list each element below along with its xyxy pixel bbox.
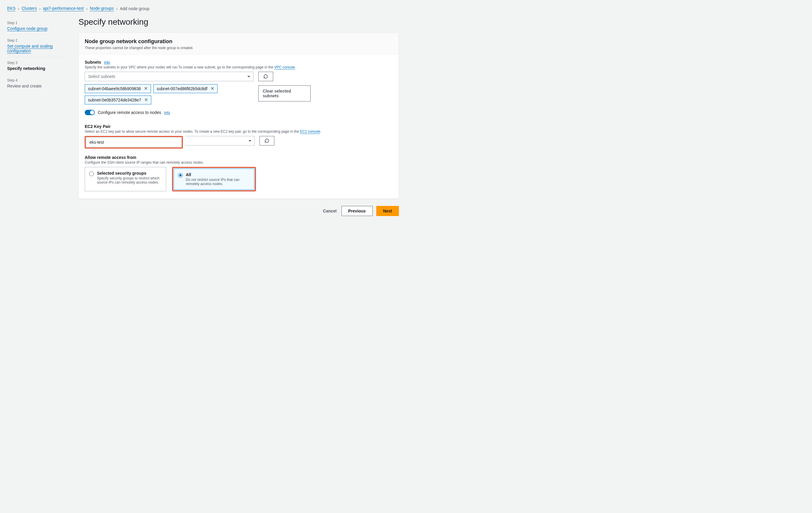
chevron-down-icon <box>247 76 250 77</box>
chevron-down-icon <box>249 140 252 142</box>
step-4: Step 4 Review and create <box>7 75 66 92</box>
radio-icon <box>178 173 183 178</box>
refresh-icon <box>263 74 268 79</box>
ec2-console-link[interactable]: EC2 console <box>300 130 320 134</box>
step-2-link[interactable]: Set compute and scaling configuration <box>7 44 53 54</box>
subnet-token: subnet-007ed86f82b5dc8df ✕ <box>153 84 217 93</box>
close-icon[interactable]: ✕ <box>144 86 148 91</box>
subnet-token: subnet-04baee9c58b909836 ✕ <box>85 84 151 93</box>
keypair-select-caret[interactable] <box>185 136 255 145</box>
panel-desc: These properties cannot be changed after… <box>85 46 393 50</box>
network-config-panel: Node group network configuration These p… <box>79 33 399 199</box>
previous-button[interactable]: Previous <box>342 206 373 216</box>
breadcrumb-eks[interactable]: EKS <box>7 6 16 11</box>
close-icon[interactable]: ✕ <box>210 86 214 91</box>
breadcrumb-cluster-name[interactable]: api7-performance-test <box>43 6 84 11</box>
breadcrumb-clusters[interactable]: Clusters <box>22 6 37 11</box>
subnets-label: Subnets Info <box>85 60 393 64</box>
allow-from-hint: Configure the SSH client source IP range… <box>85 160 393 165</box>
step-1[interactable]: Step 1 Configure node group <box>7 17 66 35</box>
radio-selected-sg[interactable]: Selected security groups Specify securit… <box>85 167 166 191</box>
subnets-hint: Specify the subnets in your VPC where yo… <box>85 65 393 69</box>
keypair-label: EC2 Key Pair <box>85 124 393 129</box>
step-2[interactable]: Step 2 Set compute and scaling configura… <box>7 35 66 57</box>
breadcrumb-node-groups[interactable]: Node groups <box>90 6 114 11</box>
vpc-console-link[interactable]: VPC console <box>274 65 295 70</box>
remote-access-label: Configure remote access to nodes Info <box>98 110 170 115</box>
keypair-hint: Select an EC2 key pair to allow secure r… <box>85 130 393 134</box>
chevron-right-icon: › <box>116 6 118 11</box>
wizard-footer: Cancel Previous Next <box>79 206 399 216</box>
subnets-info-link[interactable]: Info <box>104 60 110 64</box>
refresh-keypair-button[interactable] <box>259 136 274 145</box>
subnet-token: subnet-0e0b35724de3428e7 ✕ <box>85 96 151 104</box>
step-1-link[interactable]: Configure node group <box>7 26 47 31</box>
radio-all[interactable]: All Do not restrict source IPs that can … <box>174 168 254 190</box>
step-3: Step 3 Specify networking <box>7 57 66 75</box>
remote-access-info-link[interactable]: Info <box>164 111 170 115</box>
subnets-select[interactable]: Select subnets <box>85 72 254 81</box>
close-icon[interactable]: ✕ <box>144 98 148 102</box>
radio-icon <box>89 171 94 176</box>
panel-title: Node group network configuration <box>85 38 393 45</box>
cancel-button[interactable]: Cancel <box>322 206 338 216</box>
wizard-steps: Step 1 Configure node group Step 2 Set c… <box>7 17 66 216</box>
chevron-right-icon: › <box>86 6 88 11</box>
refresh-icon <box>264 138 269 143</box>
chevron-right-icon: › <box>39 6 41 11</box>
keypair-select[interactable]: eks-test <box>86 137 181 147</box>
clear-subnets-button[interactable]: Clear selected subnets <box>258 85 311 102</box>
chevron-right-icon: › <box>18 6 19 11</box>
breadcrumb-current: Add node group <box>120 6 149 11</box>
page-title: Specify networking <box>79 17 399 27</box>
refresh-subnets-button[interactable] <box>258 72 273 81</box>
allow-from-label: Allow remote access from <box>85 155 393 160</box>
breadcrumb: EKS › Clusters › api7-performance-test ›… <box>7 6 399 11</box>
next-button[interactable]: Next <box>376 206 399 216</box>
remote-access-toggle[interactable] <box>85 110 95 115</box>
